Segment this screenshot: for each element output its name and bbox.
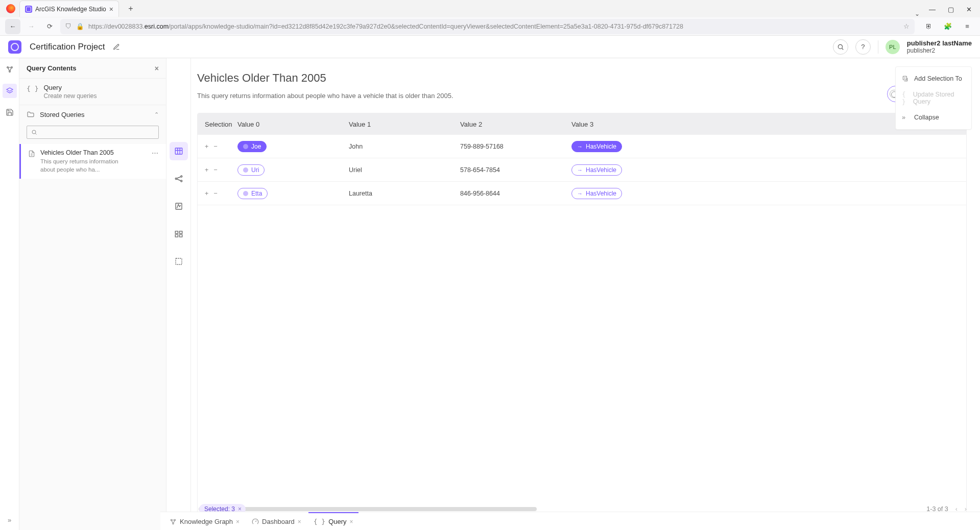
close-window-icon[interactable]: ✕	[966, 6, 972, 13]
browser-tab[interactable]: ArcGIS Knowledge Studio ×	[19, 1, 119, 17]
col-header-value2[interactable]: Value 2	[460, 121, 571, 128]
table-row[interactable]: +− Etta Lauretta 846-956-8644 →HasVehicl…	[198, 182, 966, 205]
view-geo-button[interactable]	[170, 252, 188, 271]
main-area: Vehicles Older Than 2005 This query retu…	[166, 58, 980, 530]
stored-queries-search[interactable]	[27, 126, 159, 139]
rail-expand-icon[interactable]: »	[8, 516, 11, 524]
remove-selection-icon[interactable]: −	[213, 143, 217, 150]
page-description: This query returns information about peo…	[197, 92, 967, 100]
lock-icon: 🔒	[76, 22, 84, 30]
close-tab-icon[interactable]: ×	[298, 518, 301, 525]
query-card-title: Query	[43, 84, 97, 91]
tabs-dropdown-icon[interactable]: ⌄	[915, 10, 920, 17]
table-row[interactable]: +− Joe John 759-889-57168 →HasVehicle	[198, 135, 966, 158]
query-card[interactable]: { } Query Create new queries	[19, 79, 166, 105]
tab-dashboard[interactable]: Dashboard ×	[247, 512, 306, 531]
query-card-subtitle: Create new queries	[43, 92, 97, 100]
extensions-icon[interactable]: 🧩	[940, 19, 955, 34]
view-cards-button[interactable]	[170, 225, 188, 243]
svg-point-0	[838, 44, 842, 49]
entity-chip[interactable]: Uri	[237, 164, 265, 176]
svg-point-1	[7, 67, 8, 68]
stored-query-more-icon[interactable]: ⋯	[152, 149, 159, 157]
add-selection-icon[interactable]: +	[205, 143, 208, 150]
search-button[interactable]	[833, 39, 848, 55]
add-selection-to-button[interactable]: Add Selection To	[896, 71, 971, 86]
svg-point-6	[175, 178, 177, 180]
col-header-value1[interactable]: Value 1	[349, 121, 460, 128]
remove-selection-icon[interactable]: −	[213, 166, 217, 174]
add-selection-icon[interactable]: +	[205, 190, 208, 197]
entity-dot-icon	[243, 191, 248, 196]
user-fullname: publisher2 lastName	[907, 39, 972, 47]
collapse-section-icon[interactable]: ⌃	[154, 111, 159, 118]
stored-queries-section[interactable]: Stored Queries ⌃	[19, 105, 166, 124]
tab-query[interactable]: { } Query ×	[308, 512, 358, 531]
gauge-icon	[252, 518, 259, 525]
action-panel: Add Selection To { } Update Stored Query…	[895, 66, 972, 130]
close-tab-icon[interactable]: ×	[350, 518, 353, 525]
tab-strip: ArcGIS Knowledge Studio × +	[19, 0, 137, 17]
remove-selection-icon[interactable]: −	[213, 190, 217, 197]
forward-button[interactable]: →	[23, 19, 39, 34]
relation-chip[interactable]: →HasVehicle	[571, 164, 622, 176]
bookmark-icon[interactable]: ☆	[903, 22, 910, 30]
rail-model-icon[interactable]	[3, 62, 17, 77]
entity-chip[interactable]: Joe	[237, 141, 267, 152]
cell-value2: 578-654-7854	[460, 166, 571, 174]
page-title: Vehicles Older Than 2005	[197, 71, 967, 85]
url-prefix: https://dev0028833.	[88, 23, 145, 30]
app-header: Certification Project ? PL publisher2 la…	[0, 36, 980, 58]
rail-layers-icon[interactable]	[3, 84, 17, 98]
avatar[interactable]: PL	[886, 40, 900, 54]
user-block[interactable]: publisher2 lastName publisher2	[907, 39, 972, 55]
edit-title-icon[interactable]	[113, 43, 120, 51]
relation-chip[interactable]: →HasVehicle	[571, 141, 622, 152]
close-tab-icon[interactable]: ×	[236, 518, 240, 525]
svg-point-4	[32, 130, 36, 134]
view-graph-button[interactable]	[170, 170, 188, 188]
stored-query-item[interactable]: Vehicles Older Than 2005 This query retu…	[19, 144, 166, 179]
svg-rect-11	[179, 231, 182, 234]
collapse-icon: »	[902, 114, 910, 121]
cell-value2: 759-889-57168	[460, 143, 571, 150]
entity-chip[interactable]: Etta	[237, 188, 268, 199]
relation-chip[interactable]: →HasVehicle	[571, 188, 622, 199]
content-area: Vehicles Older Than 2005 This query retu…	[191, 58, 980, 530]
tab-close-icon[interactable]: ×	[109, 5, 113, 13]
braces-icon: { }	[902, 90, 909, 106]
rail-save-icon[interactable]	[3, 105, 17, 119]
cell-value2: 846-956-8644	[460, 190, 571, 197]
view-table-button[interactable]	[170, 142, 188, 160]
braces-icon: { }	[27, 85, 38, 92]
reload-button[interactable]: ⟳	[42, 19, 57, 34]
tab-knowledge-graph[interactable]: Knowledge Graph ×	[164, 512, 245, 531]
cell-value1: Lauretta	[349, 190, 460, 197]
col-header-selection[interactable]: Selection	[198, 121, 237, 128]
search-input[interactable]	[40, 129, 154, 136]
save-pocket-icon[interactable]: ⛨	[921, 19, 936, 34]
app-body: » Query Contents × { } Query Create new …	[0, 58, 980, 530]
svg-rect-9	[176, 203, 182, 209]
menu-icon[interactable]: ≡	[960, 19, 975, 34]
entity-dot-icon	[243, 167, 248, 173]
table-row[interactable]: +− Uri Uriel 578-654-7854 →HasVehicle	[198, 158, 966, 182]
minimize-icon[interactable]: —	[929, 6, 936, 13]
braces-icon: { }	[314, 518, 325, 525]
close-panel-icon[interactable]: ×	[155, 64, 159, 73]
col-header-value0[interactable]: Value 0	[237, 121, 349, 128]
back-button[interactable]: ←	[5, 19, 20, 34]
app-logo-icon	[8, 40, 21, 54]
view-rail	[166, 58, 191, 530]
add-selection-icon[interactable]: +	[205, 166, 208, 174]
svg-point-16	[174, 519, 175, 520]
view-map-button[interactable]	[170, 197, 188, 215]
help-button[interactable]: ?	[855, 39, 871, 55]
svg-rect-10	[175, 231, 178, 234]
collapse-panel-button[interactable]: » Collapse	[896, 110, 971, 125]
search-icon	[31, 129, 37, 135]
new-tab-button[interactable]: +	[124, 2, 137, 15]
svg-point-2	[11, 67, 12, 68]
url-bar[interactable]: ⛉ 🔒 https://dev0028833.esri.com/portal/a…	[60, 19, 915, 34]
maximize-icon[interactable]: ▢	[948, 6, 954, 13]
